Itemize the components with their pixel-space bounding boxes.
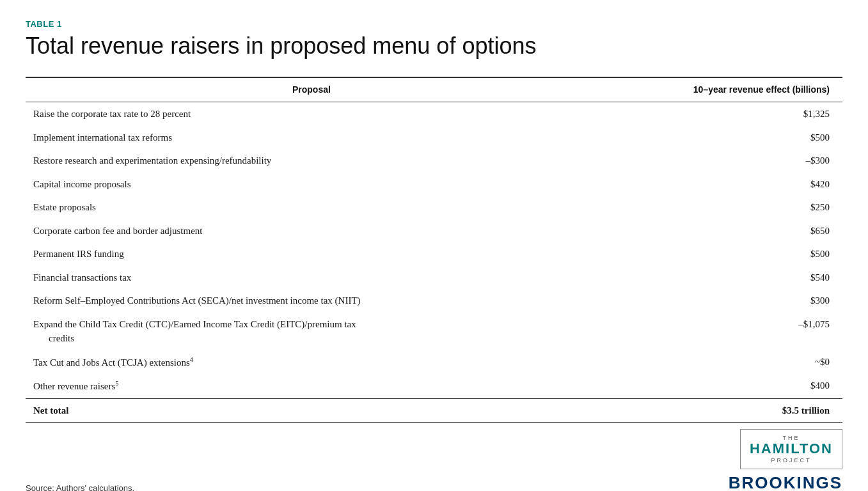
revenue-cell: $420: [597, 173, 842, 196]
revenue-cell: $540: [597, 266, 842, 290]
brookings-logo: BROOKINGS: [729, 473, 842, 491]
revenue-cell: $300: [597, 289, 842, 313]
proposal-cell: Financial transactions tax: [26, 266, 597, 290]
table-title: Total revenue raisers in proposed menu o…: [26, 33, 842, 59]
table-row: Financial transactions tax$540: [26, 266, 842, 290]
revenue-cell: –$1,075: [597, 313, 842, 350]
table-row: Raise the corporate tax rate to 28 perce…: [26, 102, 842, 126]
revenue-cell: $250: [597, 196, 842, 219]
table-row: Restore research and experimentation exp…: [26, 149, 842, 173]
source-text: Source: Authors' calculations.: [26, 483, 134, 491]
proposal-cell: Implement international tax reforms: [26, 126, 597, 150]
revenue-cell: $400: [597, 374, 842, 398]
proposal-cell: Permanent IRS funding: [26, 242, 597, 266]
logo-area: THE HAMILTON PROJECT BROOKINGS: [729, 429, 842, 491]
table-row: Reform Self–Employed Contributions Act (…: [26, 289, 842, 313]
revenue-cell: $650: [597, 219, 842, 243]
proposal-cell: Restore research and experimentation exp…: [26, 149, 597, 173]
proposal-cell: Other revenue raisers5: [26, 374, 597, 398]
revenue-cell: ~$0: [597, 350, 842, 375]
proposal-cell: Expand the Child Tax Credit (CTC)/Earned…: [26, 313, 597, 350]
proposal-cell: Tax Cut and Jobs Act (TCJA) extensions4: [26, 350, 597, 375]
proposal-cell: Capital income proposals: [26, 173, 597, 196]
revenue-cell: $1,325: [597, 102, 842, 126]
net-total-label: Net total: [26, 398, 597, 423]
proposal-cell: Estate proposals: [26, 196, 597, 219]
proposal-cell: Raise the corporate tax rate to 28 perce…: [26, 102, 597, 126]
revenue-cell: $500: [597, 242, 842, 266]
table-row: Implement international tax reforms$500: [26, 126, 842, 150]
net-total-value: $3.5 trillion: [597, 398, 842, 423]
revenue-cell: $500: [597, 126, 842, 150]
hamilton-project: PROJECT: [771, 457, 811, 464]
proposal-cell: Corporate carbon fee and border adjustme…: [26, 219, 597, 243]
table-row: Permanent IRS funding$500: [26, 242, 842, 266]
table-row: Estate proposals$250: [26, 196, 842, 219]
revenue-table: Proposal 10–year revenue effect (billion…: [26, 77, 842, 423]
table-row: Corporate carbon fee and border adjustme…: [26, 219, 842, 243]
table-row: Tax Cut and Jobs Act (TCJA) extensions4~…: [26, 350, 842, 375]
hamilton-logo: THE HAMILTON PROJECT: [740, 429, 842, 469]
table-row: Expand the Child Tax Credit (CTC)/Earned…: [26, 313, 842, 350]
column-header-revenue: 10–year revenue effect (billions): [597, 77, 842, 102]
table-row: Other revenue raisers5$400: [26, 374, 842, 398]
column-header-proposal: Proposal: [26, 77, 597, 102]
proposal-cell: Reform Self–Employed Contributions Act (…: [26, 289, 597, 313]
revenue-cell: –$300: [597, 149, 842, 173]
table-label: TABLE 1: [26, 19, 842, 29]
footer-area: Source: Authors' calculations. THE HAMIL…: [26, 429, 842, 491]
net-total-row: Net total$3.5 trillion: [26, 398, 842, 423]
hamilton-main: HAMILTON: [750, 441, 833, 456]
table-row: Capital income proposals$420: [26, 173, 842, 196]
